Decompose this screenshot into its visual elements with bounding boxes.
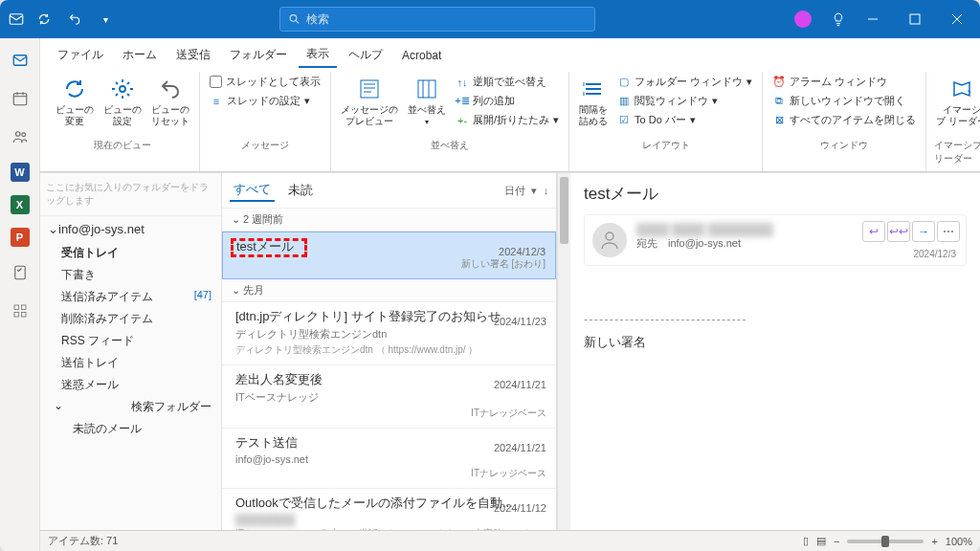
tab-sendrecv[interactable]: 送受信 <box>168 43 218 67</box>
svg-point-5 <box>15 132 20 137</box>
reverse-sort-button[interactable]: ↑↓逆順で並べ替え <box>454 74 561 90</box>
reset-icon <box>157 76 184 102</box>
reading-window-button[interactable]: ▥閲覧ウィンドウ ▾ <box>615 93 754 109</box>
group-label-window: ウィンドウ <box>820 137 868 156</box>
account-header[interactable]: ⌄info@jo-sys.net <box>40 216 221 242</box>
list-header: すべて 未読 日付 ▾ ↓ <box>222 173 556 209</box>
rail-word-icon[interactable]: W <box>11 163 30 182</box>
zoom-out-button[interactable]: − <box>834 536 839 547</box>
group-label-sort: 並べ替え <box>431 137 469 156</box>
tab-folder[interactable]: フォルダー <box>222 43 295 67</box>
rail-mail-icon[interactable] <box>8 48 33 73</box>
close-all-button[interactable]: ⊠すべてのアイテムを閉じる <box>770 112 918 128</box>
svg-rect-9 <box>21 305 26 310</box>
view-reading-icon[interactable]: ▤ <box>816 535 826 547</box>
svg-point-6 <box>21 133 25 137</box>
list-sort-button[interactable]: 日付 ▾ ↓ <box>504 184 548 198</box>
sync-button[interactable] <box>33 8 56 31</box>
group-2weeks[interactable]: ⌄ 2 週間前 <box>222 209 556 231</box>
rail-people-icon[interactable] <box>8 124 33 149</box>
view-settings-button[interactable]: ビューの 設定 <box>101 74 144 129</box>
sort-button[interactable]: 並べ替え▾ <box>406 74 448 129</box>
message-list-pane: すべて 未読 日付 ▾ ↓ ⌄ 2 週間前 testメール 2024/12/3 … <box>222 173 557 530</box>
message-item-3[interactable]: テスト送信 info@jo-sys.net 2024/11/21 ITナレッジベ… <box>222 429 556 489</box>
folder-deleted[interactable]: 削除済みアイテム <box>40 308 221 330</box>
svg-point-1 <box>290 15 297 22</box>
close-all-icon: ⊠ <box>772 114 786 127</box>
zoom-slider[interactable] <box>847 540 924 543</box>
qat-dropdown[interactable]: ▾ <box>94 8 117 31</box>
message-preview-button[interactable]: メッセージの プレビュー <box>339 74 400 129</box>
tab-help[interactable]: ヘルプ <box>341 43 390 67</box>
message-item-4[interactable]: Outlookで受信したメールの添付ファイルを自動... ████████ 20… <box>222 489 556 530</box>
message-item-0[interactable]: testメール 2024/12/3 新しい署名 [おわり] <box>222 231 556 279</box>
thread-settings-button[interactable]: ≡スレッドの設定 ▾ <box>208 93 323 109</box>
view-change-button[interactable]: ビューの 変更 <box>54 74 96 129</box>
rail-powerpoint-icon[interactable]: P <box>11 228 30 247</box>
view-normal-icon[interactable]: ▯ <box>803 535 809 547</box>
list-tab-all[interactable]: すべて <box>230 179 275 202</box>
svg-rect-0 <box>10 14 23 25</box>
message-item-1[interactable]: [dtn.jpディレクトリ] サイト登録完了のお知らせ ディレクトリ型検索エンジ… <box>222 302 556 365</box>
list-scrollbar[interactable] <box>557 173 570 530</box>
group-label-messages: メッセージ <box>241 137 289 156</box>
ribbon-group-current-view: ビューの 変更 ビューの 設定 ビューの リセット 現在のビュー <box>46 72 200 171</box>
sender-avatar-icon <box>592 223 627 257</box>
folder-window-icon: ▢ <box>617 76 631 89</box>
more-actions-button[interactable]: ⋯ <box>937 221 960 242</box>
new-window-icon: ⧉ <box>772 95 786 108</box>
outlook-logo-icon <box>8 11 25 28</box>
show-as-thread-checkbox[interactable]: スレッドとして表示 <box>208 74 323 90</box>
spacing-button[interactable]: 間隔を 詰める <box>577 74 610 129</box>
reading-window-icon: ▥ <box>617 95 631 108</box>
rail-todo-icon[interactable] <box>8 260 33 285</box>
svg-rect-11 <box>21 313 26 318</box>
lightbulb-button[interactable] <box>827 8 850 31</box>
reply-button[interactable]: ↩ <box>862 221 885 242</box>
reading-date: 2024/12/3 <box>914 249 957 259</box>
rail-calendar-icon[interactable] <box>8 86 33 111</box>
search-box[interactable] <box>279 7 595 32</box>
folder-rss[interactable]: RSS フィード <box>40 330 221 352</box>
close-button[interactable] <box>938 0 976 38</box>
group-lastmonth[interactable]: ⌄ 先月 <box>222 279 556 302</box>
minimize-button[interactable] <box>854 0 892 38</box>
undo-button[interactable] <box>63 8 86 31</box>
tab-file[interactable]: ファイル <box>50 43 111 67</box>
message-item-2[interactable]: 差出人名変更後 ITベースナレッジ 2024/11/21 ITナレッジベース <box>222 365 556 429</box>
ribbon-group-messages: スレッドとして表示 ≡スレッドの設定 ▾ メッセージ <box>200 72 331 171</box>
folder-search-folders[interactable]: ⌄ 検索フォルダー <box>40 396 221 418</box>
forward-button[interactable]: → <box>912 221 935 242</box>
alarm-window-button[interactable]: ⏰アラーム ウィンドウ <box>770 74 918 90</box>
reading-body: -------------------------------- 新しい署名 <box>584 304 967 351</box>
zoom-in-button[interactable]: + <box>931 536 937 547</box>
folder-drafts[interactable]: 下書き <box>40 264 221 286</box>
search-input[interactable] <box>306 12 587 26</box>
spacing-icon <box>580 76 607 102</box>
expand-collapse-button[interactable]: +-展開/折りたたみ ▾ <box>454 112 561 128</box>
folder-sent[interactable]: 送信済みアイテム[47] <box>40 286 221 308</box>
folder-unread[interactable]: 未読のメール <box>40 418 221 440</box>
maximize-button[interactable] <box>896 0 934 38</box>
new-window-button[interactable]: ⧉新しいウィンドウで開く <box>770 93 918 109</box>
tab-view[interactable]: 表示 <box>299 42 337 68</box>
folder-junk[interactable]: 迷惑メール <box>40 374 221 396</box>
reply-all-button[interactable]: ↩↩ <box>887 221 910 242</box>
zoom-level: 100% <box>946 536 972 547</box>
ribbon-tabs: ファイル ホーム 送受信 フォルダー 表示 ヘルプ Acrobat <box>40 38 980 68</box>
list-tab-unread[interactable]: 未読 <box>284 180 317 201</box>
tab-acrobat[interactable]: Acrobat <box>394 45 449 66</box>
immersive-reader-button[interactable]: イマーシ ブ リーダー <box>934 74 980 129</box>
rail-more-icon[interactable] <box>8 298 33 323</box>
todo-bar-button[interactable]: ☑To Do バー ▾ <box>615 112 754 128</box>
user-avatar[interactable] <box>794 11 812 28</box>
alarm-icon: ⏰ <box>772 76 786 89</box>
svg-rect-14 <box>418 80 435 98</box>
view-reset-button[interactable]: ビューの リセット <box>149 74 191 129</box>
rail-excel-icon[interactable]: X <box>11 195 30 214</box>
folder-inbox[interactable]: 受信トレイ <box>40 242 221 264</box>
folder-outbox[interactable]: 送信トレイ <box>40 352 221 374</box>
folder-window-button[interactable]: ▢フォルダー ウィンドウ ▾ <box>615 74 754 90</box>
add-column-button[interactable]: +≣列の追加 <box>454 93 561 109</box>
tab-home[interactable]: ホーム <box>115 43 165 67</box>
